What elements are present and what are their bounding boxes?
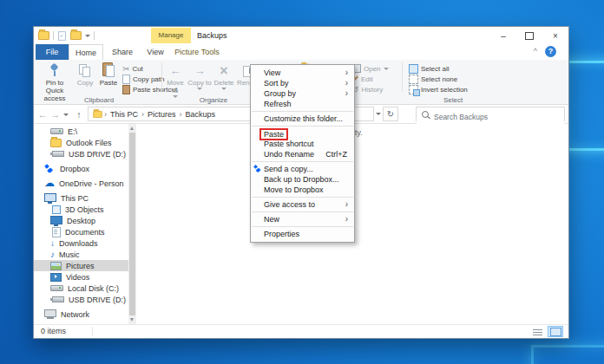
menu-shortcut: Ctrl+Z	[325, 149, 347, 159]
menu-item-label: Properties	[264, 230, 299, 238]
sidebar-item-desktop[interactable]: Desktop	[34, 215, 136, 226]
group-divider	[402, 62, 403, 92]
copy-path-icon	[122, 75, 130, 84]
menu-item-properties[interactable]: Properties	[251, 229, 354, 239]
address-dropdown-chevron-icon[interactable]	[376, 113, 381, 115]
scroll-up-icon[interactable]	[130, 127, 134, 130]
select-none-button[interactable]: Select none	[409, 74, 457, 84]
sidebar-item-label: USB DRIVE (D:)	[69, 296, 126, 304]
tab-file[interactable]: File	[36, 44, 69, 60]
maximize-button[interactable]	[516, 27, 542, 44]
sidebar-item-label: Music	[59, 250, 80, 259]
breadcrumb-pictures[interactable]: Pictures	[145, 110, 179, 119]
select-all-button[interactable]: Select all	[409, 63, 449, 74]
search-icon	[422, 111, 429, 118]
recent-locations-chevron-icon[interactable]	[62, 105, 70, 124]
copy-to-button[interactable]: → Copy to	[187, 62, 212, 90]
menu-item-group-by[interactable]: Group by›	[251, 88, 354, 99]
properties-quick-icon[interactable]	[58, 31, 66, 40]
tab-picture-tools[interactable]: Picture Tools	[171, 44, 223, 60]
customize-toolbar-chevron-icon[interactable]	[85, 35, 90, 37]
menu-item-refresh[interactable]: Refresh	[251, 99, 354, 109]
breadcrumb-backups[interactable]: Backups	[183, 110, 219, 119]
sidebar-item-documents[interactable]: Documents	[34, 226, 136, 237]
tab-view[interactable]: View	[140, 44, 171, 60]
sidebar-item-local-disk[interactable]: Local Disk (C:)	[34, 283, 136, 294]
back-button[interactable]: ←	[36, 105, 49, 124]
copy-button[interactable]: Copy	[74, 62, 96, 87]
manage-contextual-tag: Manage	[151, 28, 191, 43]
sidebar-scrollbar[interactable]	[128, 124, 136, 324]
button-label: Invert selection	[421, 86, 468, 94]
close-button[interactable]: ×	[542, 27, 568, 44]
search-input[interactable]	[417, 111, 564, 124]
scroll-down-icon[interactable]	[130, 318, 134, 322]
up-button[interactable]: ↑	[72, 105, 86, 124]
submenu-chevron-icon: ›	[345, 78, 348, 88]
move-to-button[interactable]: ← Move to	[163, 62, 187, 98]
sidebar-item-label: Desktop	[67, 217, 95, 225]
submenu-chevron-icon: ›	[345, 88, 348, 99]
breadcrumb-this-pc[interactable]: This PC	[108, 110, 141, 119]
sidebar-item-music[interactable]: Music	[34, 249, 136, 260]
sidebar-item-downloads[interactable]: Downloads	[34, 237, 136, 249]
paste-icon	[102, 62, 115, 77]
scrollbar-thumb[interactable]	[129, 133, 135, 315]
sidebar-item-pictures[interactable]: Pictures	[34, 260, 136, 271]
minimize-button[interactable]: –	[490, 27, 516, 44]
sidebar-item-label: Videos	[66, 273, 89, 282]
paste-button[interactable]: Paste	[96, 62, 121, 87]
menu-separator	[252, 197, 353, 198]
button-label: History	[361, 86, 383, 94]
sidebar-item-usb-drive-2[interactable]: USB DRIVE (D:)	[34, 294, 136, 305]
menu-item-paste-shortcut[interactable]: Paste shortcut	[251, 139, 354, 149]
menu-item-back-up-to-dropbox[interactable]: Back up to Dropbox...	[251, 174, 354, 185]
open-button[interactable]: Open	[351, 63, 389, 74]
history-button[interactable]: History	[351, 84, 383, 94]
ribbon-group-organize: ← Move to → Copy to × Delete Rename	[163, 60, 264, 105]
sidebar-item-e-drive[interactable]: E:\	[34, 126, 136, 137]
thumbnail-view-button[interactable]	[548, 326, 563, 337]
submenu-chevron-icon: ›	[345, 199, 348, 210]
button-label: Select all	[421, 65, 449, 73]
cut-button[interactable]: Cut	[122, 63, 143, 74]
window-title: Backups	[197, 27, 227, 44]
menu-item-undo-rename[interactable]: Undo RenameCtrl+Z	[251, 149, 354, 159]
menu-item-new[interactable]: New›	[251, 214, 354, 224]
sidebar-item-outlook-files[interactable]: Outlook Files	[34, 137, 136, 148]
sidebar-item-dropbox[interactable]: Dropbox	[34, 163, 136, 174]
sidebar-item-3d-objects[interactable]: 3D Objects	[34, 204, 136, 215]
refresh-icon[interactable]: ↻	[383, 107, 398, 121]
details-view-button[interactable]	[529, 326, 545, 337]
sidebar-item-this-pc[interactable]: This PC	[34, 192, 136, 204]
paste-shortcut-icon	[122, 85, 130, 94]
toolbar-separator	[53, 31, 54, 40]
menu-item-paste[interactable]: Paste	[251, 128, 354, 139]
menu-item-send-a-copy[interactable]: Send a copy...	[251, 164, 354, 174]
tab-share[interactable]: Share	[105, 44, 140, 60]
delete-button[interactable]: × Delete	[212, 62, 236, 90]
button-label: Paste	[100, 79, 117, 87]
sidebar-item-onedrive[interactable]: OneDrive - Person	[34, 178, 136, 189]
sidebar-item-network[interactable]: Network	[34, 309, 136, 320]
invert-selection-button[interactable]: Invert selection	[409, 84, 468, 94]
sidebar-item-usb-drive[interactable]: USB DRIVE (D:)	[34, 148, 136, 159]
3d-objects-icon	[52, 205, 61, 214]
menu-item-customize-folder[interactable]: Customize this folder...	[251, 114, 354, 124]
menu-item-give-access-to[interactable]: Give access to›	[251, 199, 354, 210]
forward-button[interactable]: →	[49, 105, 62, 124]
collapse-ribbon-icon[interactable]: ^	[534, 47, 537, 55]
sidebar-item-videos[interactable]: Videos	[34, 271, 136, 283]
help-icon[interactable]: ?	[545, 46, 556, 57]
group-label-clipboard: Clipboard	[37, 96, 161, 104]
tab-home[interactable]: Home	[69, 44, 103, 60]
menu-item-sort-by[interactable]: Sort by›	[251, 78, 354, 88]
items-count: 0 items	[41, 325, 66, 338]
menu-separator	[252, 126, 353, 127]
sidebar-item-label: Pictures	[66, 262, 95, 270]
title-bar: Manage Backups – ×	[34, 27, 568, 44]
copy-path-button[interactable]: Copy path	[122, 74, 164, 84]
menu-item-move-to-dropbox[interactable]: Move to Dropbox	[251, 185, 354, 195]
new-folder-quick-icon[interactable]	[70, 31, 82, 40]
menu-item-view[interactable]: View›	[251, 68, 354, 78]
